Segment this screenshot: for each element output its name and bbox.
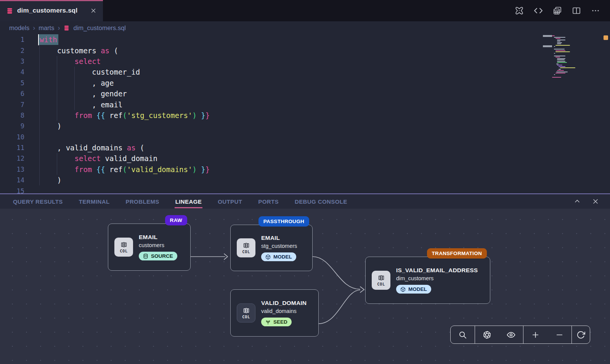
chip-label: COL xyxy=(377,282,385,286)
line-number: 12 xyxy=(0,155,24,162)
code-line[interactable]: 7 , email xyxy=(0,99,610,110)
code-text: select valid_domain xyxy=(40,154,157,163)
panel-tab-terminal[interactable]: TERMINAL xyxy=(78,195,111,208)
node-info: IS_VALID_EMAIL_ADDRESSdim_customersMODEL xyxy=(396,267,478,294)
code-text: ) xyxy=(40,122,61,130)
tab-dim-customers-sql[interactable]: dim_customers.sql xyxy=(0,0,103,21)
minimap-line xyxy=(552,35,555,36)
node-model-name: customers xyxy=(139,242,164,248)
cube-icon xyxy=(265,254,271,260)
toolbar-group xyxy=(523,326,572,343)
minimap-line xyxy=(559,69,561,70)
editor-actions xyxy=(515,0,610,21)
breadcrumb: models›marts›dim_customers.sql xyxy=(0,21,610,34)
line-number: 3 xyxy=(0,57,24,65)
close-panel-icon[interactable] xyxy=(592,198,599,205)
code-text: customers as ( xyxy=(40,46,118,55)
line-number: 14 xyxy=(0,176,24,184)
code-line[interactable]: 13 from {{ ref('valid_domains') }} xyxy=(0,164,610,175)
code-editor[interactable]: 1with2 customers as (3 select4 customer_… xyxy=(0,34,610,193)
minimap-line xyxy=(557,59,565,60)
lineage-canvas[interactable]: RAWCOLEMAILcustomersSOURCEPASSTHROUGHCOL… xyxy=(0,209,610,364)
lineage-node-valid_domains[interactable]: COLVALID_DOMAINvalid_domainsSEED xyxy=(230,289,319,337)
resource-badge-source: SOURCE xyxy=(139,252,177,260)
minimap-line xyxy=(555,50,565,51)
resource-label: SEED xyxy=(273,319,287,325)
code-line[interactable]: 15 xyxy=(0,185,610,193)
minimap-line xyxy=(556,72,568,72)
columns-icon xyxy=(243,242,250,249)
code-text: ) xyxy=(40,176,61,184)
minimap-line xyxy=(554,46,555,47)
search-button[interactable] xyxy=(451,326,475,343)
code-text: , valid_domains as ( xyxy=(40,144,144,152)
resource-badge-model: MODEL xyxy=(396,285,431,294)
code-line[interactable]: 6 , gender xyxy=(0,88,610,99)
code-line[interactable]: 1with xyxy=(0,34,610,45)
breadcrumb-item-models[interactable]: models xyxy=(9,24,29,32)
minimap-line xyxy=(554,74,555,75)
line-number: 9 xyxy=(0,122,24,130)
node-info: VALID_DOMAINvalid_domainsSEED xyxy=(261,300,307,326)
breadcrumb-file[interactable]: dim_customers.sql xyxy=(73,24,126,32)
code-text: from {{ ref('stg_customers') }} xyxy=(40,111,210,120)
resource-badge-seed: SEED xyxy=(261,318,292,326)
split-editor-icon[interactable] xyxy=(572,6,581,15)
node-tag-badge: PASSTHROUGH xyxy=(258,216,309,227)
code-line[interactable]: 4 customer_id xyxy=(0,67,610,77)
code-line[interactable]: 10 xyxy=(0,132,610,142)
code-line[interactable]: 14 ) xyxy=(0,175,610,185)
line-number: 1 xyxy=(0,36,24,43)
code-line[interactable]: 8 from {{ ref('stg_customers') }} xyxy=(0,110,610,121)
minimap-line xyxy=(559,66,565,67)
minimap-selection-marker xyxy=(543,45,552,47)
zoom-in-button[interactable] xyxy=(523,326,547,343)
lineage-node-dim_customers[interactable]: TRANSFORMATIONCOLIS_VALID_EMAIL_ADDRESSd… xyxy=(365,257,490,304)
more-icon[interactable] xyxy=(591,6,600,15)
minimap-line xyxy=(557,61,565,62)
breadcrumb-item-marts[interactable]: marts xyxy=(39,24,54,32)
refresh-button[interactable] xyxy=(572,326,590,343)
toolbar-group xyxy=(451,326,475,343)
panel-tab-ports[interactable]: PORTS xyxy=(257,195,279,208)
code-line[interactable]: 12 select valid_domain xyxy=(0,153,610,164)
panel-tab-debug-console[interactable]: DEBUG CONSOLE xyxy=(294,195,348,208)
minimap-line xyxy=(557,65,562,65)
panel-tab-output[interactable]: OUTPUT xyxy=(217,195,243,208)
code-line[interactable]: 3 select xyxy=(0,56,610,67)
code-text: with xyxy=(40,35,57,44)
code-line[interactable]: 5 , age xyxy=(0,78,610,88)
eye-button[interactable] xyxy=(499,326,523,343)
zoom-out-button[interactable] xyxy=(547,326,571,343)
collapse-panel-icon[interactable] xyxy=(573,198,581,205)
lineage-node-stg_customers[interactable]: PASSTHROUGHCOLEMAILstg_customersMODEL xyxy=(230,225,313,271)
minimap-selection-marker xyxy=(543,35,552,37)
dbt-icon[interactable] xyxy=(515,6,524,15)
line-number: 7 xyxy=(0,101,24,109)
minimap-line xyxy=(556,64,559,64)
line-number: 13 xyxy=(0,166,24,173)
node-tag-badge: TRANSFORMATION xyxy=(427,248,487,259)
minimap[interactable] xyxy=(543,34,610,141)
database-icon xyxy=(63,25,70,31)
close-tab-icon[interactable] xyxy=(90,7,97,14)
database-icon xyxy=(143,254,148,259)
panel-tab-query-results[interactable]: QUERY RESULTS xyxy=(12,195,64,208)
panel-tab-lineage[interactable]: LINEAGE xyxy=(175,195,202,208)
copy-table-icon[interactable] xyxy=(553,6,562,15)
code-line[interactable]: 2 customers as ( xyxy=(0,45,610,56)
code-icon[interactable] xyxy=(534,6,543,15)
column-chip: COL xyxy=(114,238,133,257)
line-number: 10 xyxy=(0,133,24,141)
code-line[interactable]: 9 ) xyxy=(0,121,610,131)
panel-tab-problems[interactable]: PROBLEMS xyxy=(125,195,160,208)
database-icon xyxy=(6,7,13,14)
code-line[interactable]: 11 , valid_domains as ( xyxy=(0,142,610,153)
code-lines: 1with2 customers as (3 select4 customer_… xyxy=(0,34,610,193)
line-number: 8 xyxy=(0,112,24,119)
lineage-node-customers[interactable]: RAWCOLEMAILcustomersSOURCE xyxy=(108,224,191,271)
node-tag-badge: RAW xyxy=(165,215,187,225)
aperture-button[interactable] xyxy=(475,326,499,343)
node-info: EMAILstg_customersMODEL xyxy=(261,235,297,261)
panel-tabs: QUERY RESULTSTERMINALPROBLEMSLINEAGEOUTP… xyxy=(12,195,348,208)
